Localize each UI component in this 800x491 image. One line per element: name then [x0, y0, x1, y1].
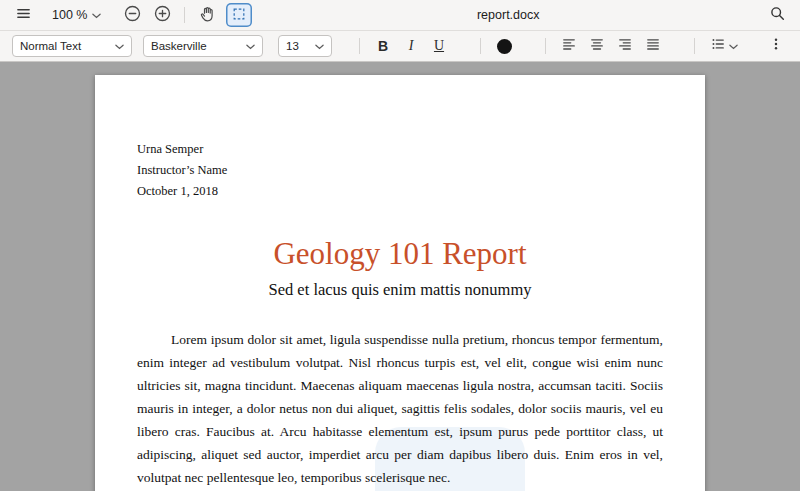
font-family-select[interactable]: Baskerville — [143, 35, 263, 57]
toolbar-separator — [545, 38, 546, 54]
toolbar-separator — [694, 38, 695, 54]
document-subheading[interactable]: Sed et lacus quis enim mattis nonummy — [137, 279, 663, 301]
document-body[interactable]: Lorem ipsum dolor sit amet, ligula suspe… — [137, 328, 663, 491]
instructor-line[interactable]: Instructor’s Name — [137, 160, 663, 181]
align-right-icon — [618, 37, 632, 55]
zoom-out-icon — [124, 5, 141, 25]
chevron-down-icon — [246, 40, 255, 52]
underline-button[interactable]: U — [425, 34, 453, 58]
align-justify-icon — [646, 37, 660, 55]
more-options-button[interactable] — [762, 34, 790, 58]
search-icon — [770, 6, 785, 24]
list-icon — [711, 37, 725, 55]
bold-label: B — [378, 38, 388, 54]
main-toolbar: 100 % report.docx — [0, 0, 800, 31]
date-line[interactable]: October 1, 2018 — [137, 181, 663, 202]
zoom-out-button[interactable] — [119, 3, 145, 27]
align-justify-button[interactable] — [639, 34, 667, 58]
zoom-level-button[interactable]: 100 % — [46, 8, 107, 22]
page-content: Urna Semper Instructor’s Name October 1,… — [95, 75, 705, 491]
document-canvas[interactable]: Urna Semper Instructor’s Name October 1,… — [0, 62, 800, 491]
toolbar-separator — [184, 7, 185, 23]
title-area: report.docx — [252, 8, 764, 22]
document-page[interactable]: Urna Semper Instructor’s Name October 1,… — [95, 75, 705, 491]
chevron-down-icon — [315, 40, 324, 52]
font-size-select[interactable]: 13 — [278, 35, 332, 57]
document-heading[interactable]: Geology 101 Report — [137, 235, 663, 272]
menu-icon — [16, 6, 31, 24]
paragraph-style-value: Normal Text — [20, 40, 81, 52]
select-tool-button[interactable] — [226, 3, 252, 27]
zoom-in-button[interactable] — [149, 3, 175, 27]
more-options-icon — [769, 37, 783, 55]
align-center-icon — [590, 37, 604, 55]
hand-tool-icon — [199, 6, 215, 25]
search-button[interactable] — [764, 3, 790, 27]
italic-label: I — [409, 38, 414, 54]
text-color-icon — [497, 39, 512, 54]
underline-label: U — [434, 38, 444, 54]
hand-tool-button[interactable] — [194, 3, 220, 27]
zoom-level-label: 100 % — [52, 8, 87, 22]
bold-button[interactable]: B — [369, 34, 397, 58]
toolbar-separator — [359, 38, 360, 54]
chevron-down-icon — [92, 8, 101, 22]
text-color-button[interactable] — [490, 34, 518, 58]
toolbar-separator — [480, 38, 481, 54]
italic-button[interactable]: I — [397, 34, 425, 58]
select-tool-icon — [232, 7, 246, 24]
align-left-icon — [562, 37, 576, 55]
list-style-button[interactable] — [704, 34, 744, 58]
align-right-button[interactable] — [611, 34, 639, 58]
paragraph-style-select[interactable]: Normal Text — [12, 35, 132, 57]
format-toolbar: Normal Text Baskerville 13 B I U — [0, 31, 800, 62]
font-family-value: Baskerville — [151, 40, 207, 52]
app-window: 100 % report.docx — [0, 0, 800, 491]
chevron-down-icon — [115, 40, 124, 52]
align-center-button[interactable] — [583, 34, 611, 58]
align-left-button[interactable] — [555, 34, 583, 58]
document-title: report.docx — [477, 8, 540, 22]
zoom-in-icon — [154, 5, 171, 25]
menu-button[interactable] — [10, 3, 36, 27]
font-size-value: 13 — [286, 40, 299, 52]
chevron-down-icon — [729, 38, 738, 54]
body-paragraph[interactable]: Lorem ipsum dolor sit amet, ligula suspe… — [137, 328, 663, 489]
author-line[interactable]: Urna Semper — [137, 139, 663, 160]
